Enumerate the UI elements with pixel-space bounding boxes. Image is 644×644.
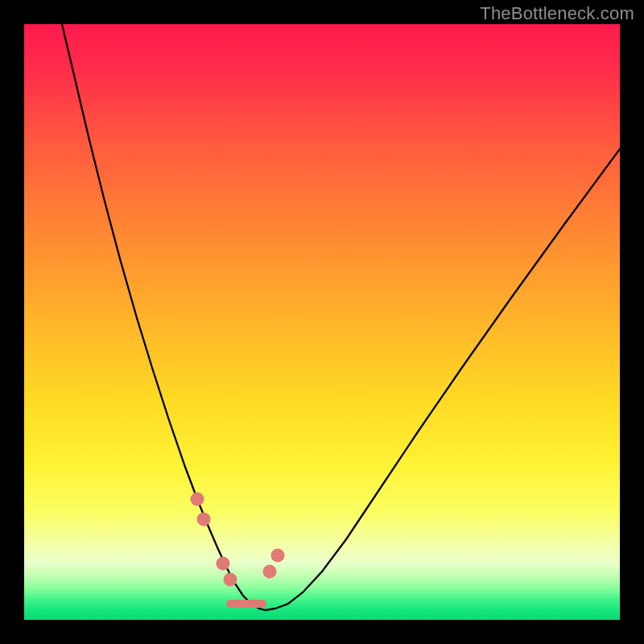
marker-dot <box>217 557 230 571</box>
bottleneck-curve <box>62 24 620 610</box>
marker-group <box>191 493 285 587</box>
watermark-text: TheBottleneck.com <box>480 3 634 24</box>
marker-dot <box>224 573 237 587</box>
curve-layer <box>24 24 620 620</box>
marker-dot <box>197 513 211 526</box>
plot-area <box>24 24 620 620</box>
marker-dot <box>263 565 277 579</box>
outer-frame: TheBottleneck.com <box>0 0 644 644</box>
marker-dot <box>191 493 204 506</box>
marker-dot <box>271 549 285 563</box>
